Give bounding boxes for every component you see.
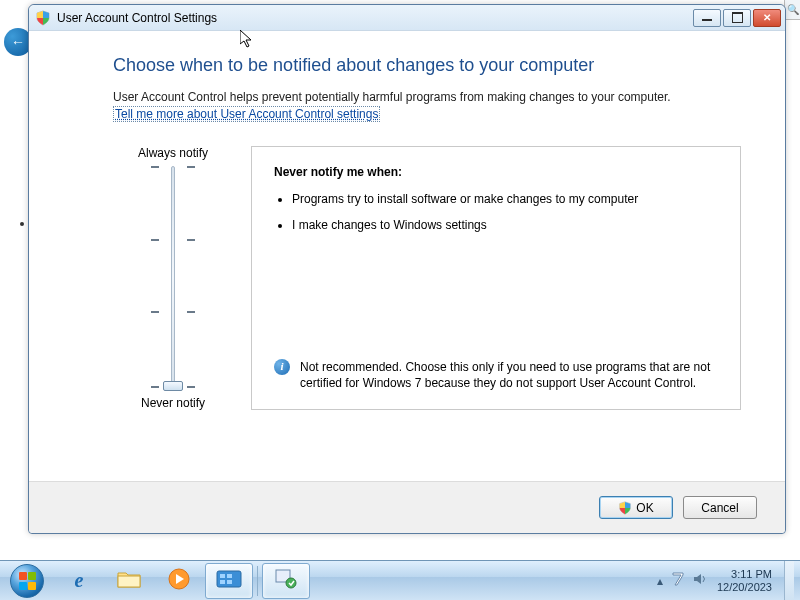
folder-icon	[117, 569, 141, 593]
slider-tick	[151, 239, 195, 241]
taskbar-item-media-player[interactable]	[155, 563, 203, 599]
cancel-button[interactable]: Cancel	[683, 496, 757, 519]
svg-rect-5	[220, 580, 225, 584]
intro-text: User Account Control helps prevent poten…	[113, 90, 741, 104]
show-desktop-button[interactable]	[784, 561, 794, 601]
svg-rect-3	[220, 574, 225, 578]
info-icon: i	[274, 359, 290, 375]
window-buttons: ✕	[693, 9, 781, 27]
taskbar-item-ie[interactable]: e	[55, 563, 103, 599]
slider-tick	[151, 166, 195, 168]
window-title: User Account Control Settings	[57, 11, 687, 25]
taskbar[interactable]: e ▴ 3:11 PM 12/20/2023	[0, 560, 800, 600]
system-tray: ▴ 3:11 PM 12/20/2023	[657, 561, 800, 600]
ok-button[interactable]: OK	[599, 496, 673, 519]
close-button[interactable]: ✕	[753, 9, 781, 27]
svg-rect-2	[217, 571, 241, 587]
shield-icon	[618, 501, 632, 515]
dialog-button-row: OK Cancel	[29, 481, 785, 533]
slider-bottom-label: Never notify	[113, 396, 233, 410]
notification-level-slider[interactable]	[163, 166, 183, 386]
uac-settings-window: User Account Control Settings ✕ Choose w…	[28, 4, 786, 534]
tray-clock[interactable]: 3:11 PM 12/20/2023	[717, 568, 774, 593]
svg-point-8	[286, 578, 296, 588]
taskbar-item-control-panel[interactable]	[205, 563, 253, 599]
description-title: Never notify me when:	[274, 165, 718, 179]
svg-rect-6	[227, 580, 232, 584]
warning-text: Not recommended. Choose this only if you…	[300, 359, 718, 391]
control-panel-icon	[216, 569, 242, 593]
taskbar-pinned-items: e	[54, 561, 311, 600]
parent-list-bullet	[20, 222, 24, 226]
parent-window-search-icon: 🔍	[784, 0, 800, 20]
shield-icon	[35, 10, 51, 26]
tray-action-center-icon[interactable]	[671, 572, 685, 589]
tray-time: 3:11 PM	[717, 568, 772, 581]
slider-track-line	[171, 166, 175, 386]
svg-rect-0	[118, 576, 140, 587]
app-icon	[274, 568, 298, 594]
notification-slider-column: Always notify Never notify	[113, 146, 233, 410]
slider-top-label: Always notify	[113, 146, 233, 160]
svg-rect-4	[227, 574, 232, 578]
page-heading: Choose when to be notified about changes…	[113, 55, 741, 76]
taskbar-item-explorer[interactable]	[105, 563, 153, 599]
ie-icon: e	[75, 569, 84, 592]
cancel-button-label: Cancel	[701, 501, 738, 515]
minimize-button[interactable]	[693, 9, 721, 27]
maximize-button[interactable]	[723, 9, 751, 27]
slider-thumb[interactable]	[163, 381, 183, 391]
ok-button-label: OK	[636, 501, 653, 515]
windows-logo-icon	[10, 564, 44, 598]
titlebar[interactable]: User Account Control Settings ✕	[29, 5, 785, 31]
recommendation-warning: i Not recommended. Choose this only if y…	[274, 359, 718, 391]
level-description-box: Never notify me when: Programs try to in…	[251, 146, 741, 410]
tray-chevron-up-icon[interactable]: ▴	[657, 574, 663, 588]
description-bullet: I make changes to Windows settings	[292, 217, 718, 233]
learn-more-link[interactable]: Tell me more about User Account Control …	[113, 106, 380, 122]
tray-date: 12/20/2023	[717, 581, 772, 594]
tray-volume-icon[interactable]	[693, 572, 707, 589]
client-area: Choose when to be notified about changes…	[29, 31, 785, 481]
description-bullet: Programs try to install software or make…	[292, 191, 718, 207]
taskbar-item-app[interactable]	[262, 563, 310, 599]
slider-tick	[151, 311, 195, 313]
start-button[interactable]	[0, 561, 54, 601]
play-icon	[168, 568, 190, 594]
